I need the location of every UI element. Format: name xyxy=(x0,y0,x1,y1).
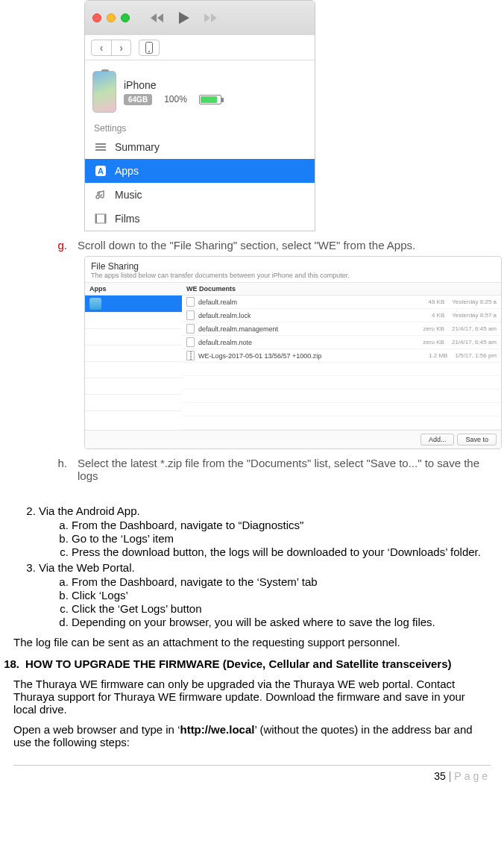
firmware-para-1: The Thuraya WE firmware can only be upgr… xyxy=(13,678,491,716)
doc-size: zero KB xyxy=(423,325,444,332)
doc-row[interactable]: default.realm.note zero KB21/4/17, 6:45 … xyxy=(182,336,501,349)
svg-rect-2 xyxy=(95,143,106,145)
step-2c: Press the download button, the logs will… xyxy=(72,546,491,558)
nav-back-forward[interactable]: ‹ › xyxy=(91,40,131,56)
heading-18: 18. HOW TO UPGRADE THE FIRMWARE (Device,… xyxy=(0,657,491,670)
rewind-icon[interactable] xyxy=(150,13,165,23)
fastforward-icon[interactable] xyxy=(204,13,218,23)
doc-row-empty xyxy=(182,403,501,416)
doc-name: default.realm.note xyxy=(198,339,252,346)
settings-list: Summary A Apps Music Films xyxy=(85,135,315,231)
doc-row[interactable]: default.realm 48 KBYesterday 8:25 a xyxy=(182,296,501,309)
sidebar-item-label: Apps xyxy=(115,165,139,177)
step-3c: Click the ‘Get Logs’ button xyxy=(72,602,491,615)
file-sharing-screenshot: File Sharing The apps listed below can t… xyxy=(84,256,502,449)
add-button[interactable]: Add... xyxy=(420,434,455,446)
docs-column-header: WE Documents xyxy=(182,283,501,296)
heading-number: 18. xyxy=(0,657,19,670)
svg-rect-9 xyxy=(104,214,106,223)
doc-row-empty xyxy=(182,376,501,390)
doc-row[interactable]: default.realm.lock 4 KBYesterday 8:57 a xyxy=(182,309,501,322)
step-3d: Depending on your browser, you will be a… xyxy=(72,616,491,628)
sidebar-item-label: Music xyxy=(115,189,142,201)
doc-row[interactable]: WE-Logs-2017-05-01 13/56/57 +1000.zip 1.… xyxy=(182,349,501,363)
step-2b: Go to the ‘Logs’ item xyxy=(72,532,491,545)
we-app-icon xyxy=(89,298,101,310)
app-row-empty xyxy=(85,410,182,427)
films-icon xyxy=(94,212,107,225)
doc-name: WE-Logs-2017-05-01 13/56/57 +1000.zip xyxy=(198,352,321,360)
heading-text: HOW TO UPGRADE THE FIRMWARE (Device, Cel… xyxy=(25,657,452,670)
doc-date: Yesterday 8:57 a xyxy=(452,312,497,319)
window-titlebar xyxy=(85,1,315,35)
doc-date: 21/4/17, 6:45 am xyxy=(452,339,497,346)
url-text: http://we.local xyxy=(180,723,254,736)
firmware-para-2: Open a web browser and type in ‘http://w… xyxy=(13,723,491,748)
doc-name: default.realm.lock xyxy=(198,312,251,319)
device-header: iPhone 64GB 100% xyxy=(85,60,315,119)
sidebar-item-music[interactable]: Music xyxy=(85,183,315,207)
sidebar-item-summary[interactable]: Summary xyxy=(85,135,315,159)
step-text-h: Select the latest *.zip file from the "D… xyxy=(78,457,491,482)
doc-date: 21/4/17, 6:45 am xyxy=(452,325,497,332)
filesharing-title: File Sharing xyxy=(91,261,495,272)
apps-icon: A xyxy=(94,164,107,178)
play-icon[interactable] xyxy=(178,11,190,25)
device-button[interactable] xyxy=(139,40,160,56)
sidebar-item-label: Summary xyxy=(115,141,160,153)
step-3b: Click ‘Logs’ xyxy=(72,589,491,601)
page-label: Page xyxy=(454,770,491,782)
doc-row[interactable]: default.realm.management zero KB21/4/17,… xyxy=(182,322,501,336)
app-row-empty xyxy=(85,328,182,345)
zip-file-icon xyxy=(186,351,195,360)
section-title: Via the Android App. xyxy=(39,504,140,517)
step-text-g: Scroll down to the "File Sharing" sectio… xyxy=(78,239,491,251)
app-row-empty xyxy=(85,345,182,361)
battery-icon xyxy=(199,95,221,104)
doc-size: zero KB xyxy=(423,339,444,346)
doc-size: 1.2 MB xyxy=(429,352,447,359)
doc-name: default.realm.management xyxy=(198,325,278,333)
back-icon[interactable]: ‹ xyxy=(92,40,111,55)
sidebar-item-apps[interactable]: A Apps xyxy=(85,159,315,183)
summary-icon xyxy=(94,140,107,154)
sidebar-item-label: Films xyxy=(115,213,139,225)
minimize-icon[interactable] xyxy=(107,13,116,22)
app-row-empty xyxy=(85,378,182,394)
app-row-we[interactable] xyxy=(85,296,182,312)
section-2: Via the Android App. From the Dashboard,… xyxy=(39,504,491,558)
file-icon xyxy=(186,310,195,320)
device-name: iPhone xyxy=(124,79,221,91)
app-row-empty xyxy=(85,312,182,328)
svg-rect-4 xyxy=(95,149,106,151)
step-3a: From the Dashboard, navigate to the ‘Sys… xyxy=(72,575,491,588)
battery-percent: 100% xyxy=(164,94,187,104)
doc-row-empty xyxy=(182,363,501,376)
traffic-lights xyxy=(92,13,130,22)
step-marker-g: g. xyxy=(52,239,78,251)
svg-rect-3 xyxy=(95,146,106,148)
attachment-note: The log file can be sent as an attachmen… xyxy=(13,636,491,648)
apps-column-header: Apps xyxy=(85,283,182,296)
settings-section-label: Settings xyxy=(85,119,315,135)
sidebar-item-films[interactable]: Films xyxy=(85,207,315,231)
filesharing-subtitle: The apps listed below can transfer docum… xyxy=(91,272,495,279)
app-row-empty xyxy=(85,361,182,378)
sub-toolbar: ‹ › xyxy=(85,35,315,60)
svg-text:A: A xyxy=(98,166,104,175)
zoom-icon[interactable] xyxy=(121,13,130,22)
page-number: 35 xyxy=(434,770,446,782)
doc-row-empty xyxy=(182,390,501,403)
doc-name: default.realm xyxy=(198,298,237,306)
save-to-button[interactable]: Save to xyxy=(457,434,497,446)
step-2a: From the Dashboard, navigate to “Diagnos… xyxy=(72,519,491,531)
file-icon xyxy=(186,297,195,307)
doc-date: Yesterday 8:25 a xyxy=(452,298,497,305)
iphone-thumb-icon xyxy=(92,71,116,113)
doc-size: 48 KB xyxy=(428,298,444,305)
doc-date: 1/5/17, 1:56 pm xyxy=(455,352,497,359)
close-icon[interactable] xyxy=(92,13,101,22)
music-icon xyxy=(94,188,107,201)
forward-icon[interactable]: › xyxy=(111,40,130,55)
section-title: Via the Web Portal. xyxy=(39,561,135,574)
